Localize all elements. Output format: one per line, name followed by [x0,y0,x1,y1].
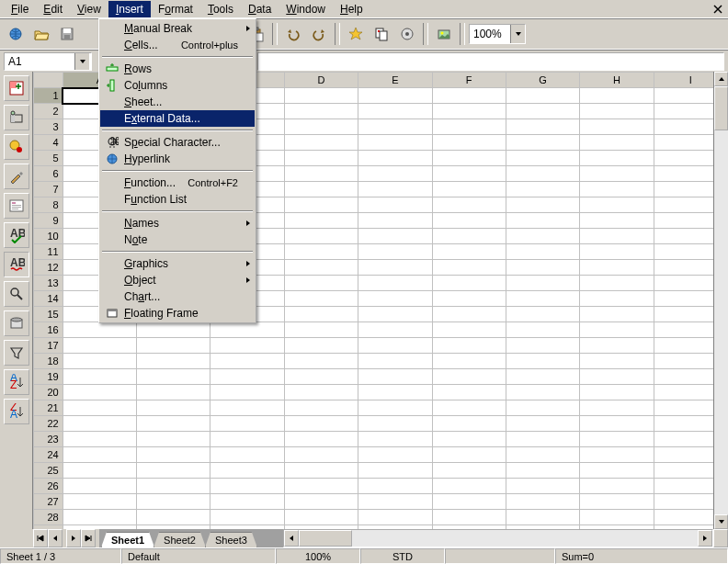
cell[interactable] [580,385,654,400]
cell[interactable] [210,510,284,525]
cell[interactable] [432,151,506,166]
cell[interactable] [284,338,358,354]
cell[interactable] [210,369,284,385]
cell[interactable] [358,88,432,104]
menu-item-cells[interactable]: Cells...Control+plus [100,37,255,53]
cell[interactable] [432,525,506,530]
sheet-tab[interactable]: Sheet2 [154,532,206,547]
themes-button[interactable] [4,193,29,219]
scroll-track[interactable] [714,86,728,514]
hyperlink-button[interactable] [395,22,419,46]
cell[interactable] [210,416,284,432]
menu-data[interactable]: Data [241,1,279,17]
cell[interactable] [284,510,358,525]
cell[interactable] [358,119,432,135]
zoom-input[interactable] [470,25,510,43]
cell[interactable] [358,166,432,182]
cell[interactable] [580,307,654,322]
cell[interactable] [580,276,654,291]
tab-first-icon[interactable] [33,529,48,547]
row-header-29[interactable]: 29 [34,525,63,530]
sort-desc-button[interactable]: ZA [4,399,29,424]
cell[interactable] [284,244,358,260]
cell[interactable] [284,322,358,338]
menu-format[interactable]: Format [151,1,200,17]
cell[interactable] [358,135,432,151]
cell[interactable] [137,494,210,510]
col-header-D[interactable]: D [284,73,358,88]
hscroll-thumb[interactable] [299,530,352,547]
cell[interactable] [580,213,654,229]
undo-button[interactable] [281,22,305,46]
cell[interactable] [358,213,432,229]
cell[interactable] [284,260,358,276]
cell[interactable] [284,525,358,530]
cell[interactable] [137,447,210,463]
stylist-button[interactable] [370,22,393,46]
cell[interactable] [432,369,506,385]
cell[interactable] [284,119,358,135]
name-box-dropdown-icon[interactable] [74,53,89,70]
cell[interactable] [506,369,579,385]
menu-item-graphics[interactable]: Graphics [100,255,255,272]
row-header-12[interactable]: 12 [34,260,63,276]
row-header-8[interactable]: 8 [34,197,63,213]
cell[interactable] [63,354,136,369]
cell[interactable] [137,525,210,530]
cell[interactable] [506,119,579,135]
cell[interactable] [580,135,654,151]
redo-button[interactable] [307,22,331,46]
cell[interactable] [358,197,432,213]
cell[interactable] [137,400,210,416]
cell[interactable] [580,510,654,525]
open-url-button[interactable] [4,22,28,46]
cell[interactable] [137,338,210,354]
row-header-14[interactable]: 14 [34,291,63,307]
menu-item-external-data[interactable]: External Data... [100,110,255,127]
cell[interactable] [210,525,284,530]
cell[interactable] [284,400,358,416]
cell[interactable] [580,479,654,494]
menu-help[interactable]: Help [333,1,370,17]
cell[interactable] [580,416,654,432]
menu-item-object[interactable]: Object [100,272,255,288]
cell[interactable] [580,197,654,213]
cell[interactable] [506,104,579,119]
show-draw-button[interactable] [4,134,29,160]
cell[interactable] [432,463,506,479]
cell[interactable] [432,229,506,244]
cell[interactable] [284,151,358,166]
cell[interactable] [137,385,210,400]
cell[interactable] [358,322,432,338]
cell[interactable] [63,447,136,463]
col-header-E[interactable]: E [358,73,432,88]
cell[interactable] [284,354,358,369]
cell[interactable] [506,354,579,369]
row-header-27[interactable]: 27 [34,494,63,510]
autoformat-button[interactable] [4,164,29,189]
col-header-F[interactable]: F [432,73,506,88]
cell[interactable] [284,135,358,151]
cell[interactable] [358,369,432,385]
cell[interactable] [432,494,506,510]
scroll-right-icon[interactable] [698,530,712,547]
cell[interactable] [580,88,654,104]
save-button[interactable] [55,22,79,46]
row-header-10[interactable]: 10 [34,229,63,244]
cell[interactable] [432,291,506,307]
cell[interactable] [506,322,579,338]
row-header-6[interactable]: 6 [34,166,63,182]
cell[interactable] [506,151,579,166]
cell[interactable] [137,510,210,525]
cell[interactable] [506,213,579,229]
cell[interactable] [284,307,358,322]
cell[interactable] [580,447,654,463]
cell[interactable] [432,307,506,322]
cell[interactable] [137,432,210,447]
zoom-combo[interactable] [469,24,526,44]
menu-item-columns[interactable]: Columns [100,77,255,94]
cell[interactable] [63,369,136,385]
gallery-button[interactable] [432,22,456,46]
cell[interactable] [432,213,506,229]
navigator-button[interactable] [344,22,368,46]
